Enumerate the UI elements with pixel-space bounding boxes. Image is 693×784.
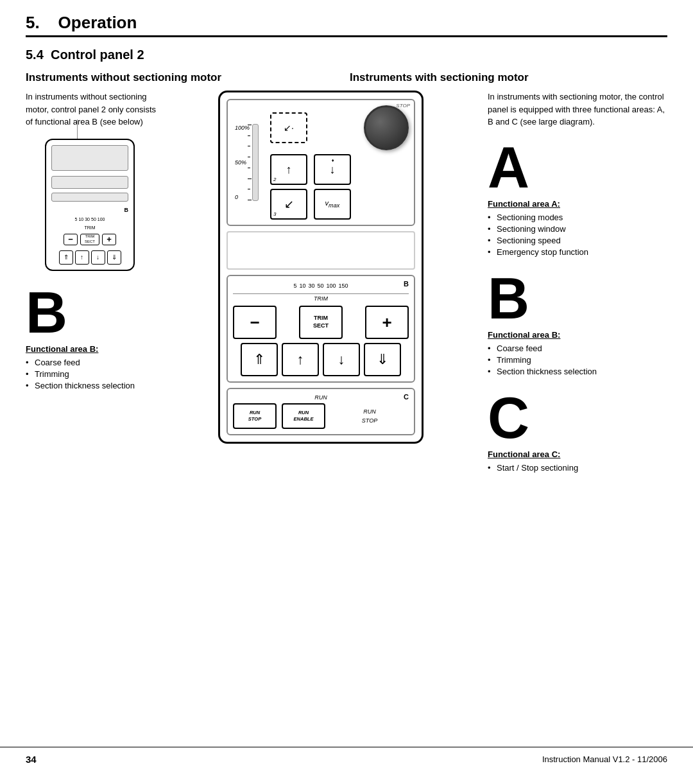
area-a-heading: Functional area A:: [488, 199, 667, 209]
left-b-section: B Functional area B: Coarse feed Trimmin…: [26, 284, 160, 390]
icons-row: ⇑ ↑ ↓ ⇓: [233, 343, 409, 376]
area-a-item-2: Sectioning window: [488, 224, 667, 234]
small-icon-2[interactable]: ↑: [75, 250, 89, 265]
c-buttons-row: RUN STOP RUN ENABLE RUN STOP: [233, 403, 409, 429]
stop-label-inline: STOP: [362, 417, 377, 424]
slider-area: 100% 50% 0: [233, 124, 265, 201]
left-column: In instruments without sectioning motor,…: [26, 91, 167, 392]
area-b-section: B 5 10 30 50 100 150 TRIM −: [227, 275, 415, 383]
area-b-item-2: Trimming: [488, 355, 667, 365]
small-buttons-row: − TRIMSECT +: [51, 234, 128, 245]
small-trim-label: TRIM: [51, 225, 128, 230]
area-a-buttons: ↙· ↑ 2 ↓: [270, 105, 409, 220]
run-enable-line1: RUN: [298, 410, 309, 417]
run-enable-btn[interactable]: RUN ENABLE: [282, 403, 325, 429]
section-num: 5.: [26, 13, 40, 32]
left-b-item-3: Section thickness selection: [26, 381, 160, 390]
right-description: In instruments with sectioning motor, th…: [488, 91, 667, 128]
center-column: STOP 100% 50% 0: [167, 91, 475, 444]
run-stop-btn[interactable]: RUN STOP: [233, 403, 277, 429]
area-a-row2: ↑ 2 ↓ ⬧: [270, 154, 409, 185]
scale-10: 10: [299, 283, 305, 289]
small-plus-btn[interactable]: +: [102, 234, 116, 245]
blank-middle-area: [227, 231, 415, 270]
b-buttons-row: − TRIM SECT +: [233, 306, 409, 339]
small-icon-4[interactable]: ⇓: [107, 250, 121, 265]
down-btn[interactable]: ↓: [323, 343, 360, 376]
section-mode-btn-1[interactable]: ↑ 2: [270, 154, 307, 185]
run-enable-line2: ENABLE: [294, 416, 314, 423]
area-c-section: C RUN RUN STOP RUN ENABLE RUN: [227, 388, 415, 435]
left-heading: Instruments without sectioning motor: [26, 71, 343, 84]
big-letter-c: C: [488, 389, 667, 447]
c-run-stop-area: RUN STOP: [330, 408, 409, 424]
section-title: Operation: [58, 13, 137, 32]
left-b-list: Coarse feed Trimming Section thickness s…: [26, 358, 160, 390]
vmax-btn[interactable]: vmax: [314, 189, 351, 220]
area-a-item-1: Sectioning modes: [488, 213, 667, 222]
run-label-top: RUN: [233, 394, 409, 401]
minus-btn[interactable]: −: [233, 306, 277, 339]
area-a-item-4: Emergency stop function: [488, 247, 667, 257]
small-icons-row: ⇑ ↑ ↓ ⇓: [51, 250, 128, 265]
small-icon-1[interactable]: ⇑: [59, 250, 73, 265]
sectioning-window-btn[interactable]: ↙·: [270, 112, 307, 143]
left-b-item-2: Trimming: [26, 369, 160, 379]
right-section-a: A Functional area A: Sectioning modes Se…: [488, 139, 667, 257]
column-headings: Instruments without sectioning motor Ins…: [26, 71, 667, 84]
area-a-inner: 100% 50% 0: [233, 105, 409, 220]
vmax-label: vmax: [325, 199, 340, 209]
trim-label-btn: TRIM: [314, 315, 328, 322]
area-a-list: Sectioning modes Sectioning window Secti…: [488, 213, 667, 257]
plus-btn[interactable]: +: [365, 306, 409, 339]
right-heading: Instruments with sectioning motor: [350, 71, 667, 84]
subsection-title: 5.4 Control panel 2: [26, 48, 667, 62]
small-screen-mid: [51, 176, 128, 189]
scale-5: 5: [293, 283, 296, 289]
big-letter-a: A: [488, 139, 667, 196]
small-icon-3[interactable]: ↓: [91, 250, 105, 265]
area-a-item-3: Sectioning speed: [488, 236, 667, 245]
area-b-item-3: Section thickness selection: [488, 367, 667, 376]
small-scale: 5103050100: [51, 217, 128, 222]
footer-page-number: 34: [26, 754, 37, 765]
area-b-label: B: [404, 280, 409, 288]
right-column: In instruments with sectioning motor, th…: [475, 91, 667, 485]
left-b-item-1: Coarse feed: [26, 358, 160, 367]
up-btn[interactable]: ↑: [282, 343, 319, 376]
trim-label: TRIM: [233, 295, 409, 302]
slider-track[interactable]: 100% 50% 0: [252, 124, 259, 201]
double-down-btn[interactable]: ⇓: [364, 343, 401, 376]
emergency-stop-btn[interactable]: [364, 105, 409, 150]
area-c-list: Start / Stop sectioning: [488, 463, 667, 473]
area-c-label: C: [404, 393, 409, 401]
scale-100: 100: [327, 283, 336, 289]
area-a-row3: ↙ 3 vmax: [270, 189, 409, 220]
area-b-list: Coarse feed Trimming Section thickness s…: [488, 344, 667, 376]
section-speed-btn[interactable]: ↓ ⬧: [314, 154, 351, 185]
footer-manual-info: Instruction Manual V1.2 - 11/2006: [542, 754, 667, 764]
small-panel-illustration: B 5103050100 TRIM − TRIMSECT + ⇑ ↑: [45, 139, 135, 271]
big-letter-b: B: [488, 270, 667, 327]
area-b-heading: Functional area B:: [488, 330, 667, 340]
double-up-btn[interactable]: ⇑: [241, 343, 278, 376]
scale-50: 50: [317, 283, 323, 289]
small-screen-bot: [51, 193, 128, 202]
section-mode-btn-2[interactable]: ↙ 3: [270, 189, 307, 220]
run-stop-line1: RUN: [250, 410, 260, 417]
scale-row: 5 10 30 50 100 150: [233, 283, 409, 289]
small-minus-btn[interactable]: −: [64, 234, 78, 245]
area-b-item-1: Coarse feed: [488, 344, 667, 353]
scale-30: 30: [308, 283, 314, 289]
area-a-section: STOP 100% 50% 0: [227, 99, 415, 226]
left-big-b: B: [26, 284, 160, 342]
page-footer: 34 Instruction Manual V1.2 - 11/2006: [0, 747, 693, 771]
right-section-c: C Functional area C: Start / Stop sectio…: [488, 389, 667, 473]
sect-label-btn: SECT: [313, 322, 329, 330]
small-screen-top: [51, 145, 128, 171]
scale-150: 150: [339, 283, 348, 289]
main-layout: In instruments without sectioning motor,…: [26, 91, 667, 485]
trim-sect-btn[interactable]: TRIM SECT: [299, 306, 343, 339]
left-b-heading: Functional area B:: [26, 344, 160, 354]
small-trim-sect-btn[interactable]: TRIMSECT: [80, 234, 99, 245]
